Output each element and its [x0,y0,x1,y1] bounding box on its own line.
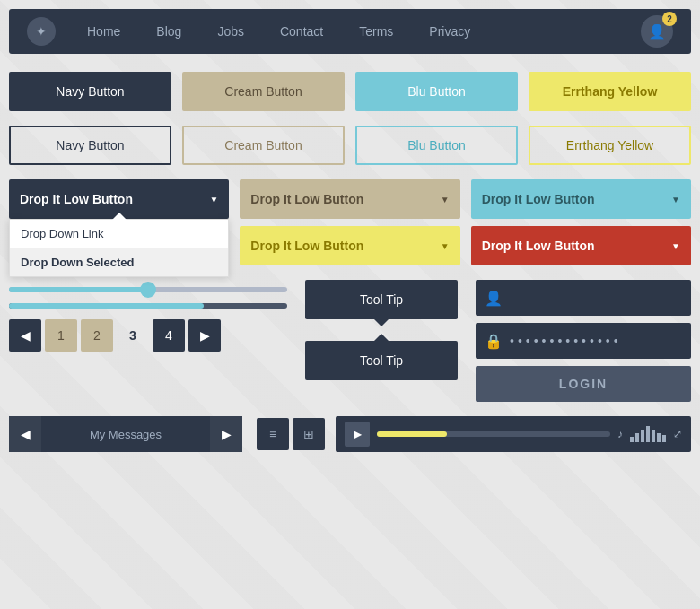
username-input-row: 👤 [476,280,691,316]
navy-dropdown-wrapper: Drop It Low Button ▼ Drop Down Link Drop… [9,179,229,219]
login-column: 👤 🔒 LOGIN [476,280,691,402]
cream-filled-button[interactable]: Cream Button [182,72,345,111]
tooltip-2: Tool Tip [305,341,458,380]
dropdown-arrow-icon: ▼ [209,195,218,204]
dropdown-menu-item-1[interactable]: Drop Down Link [10,220,228,248]
yellow-filled-button[interactable]: Errthang Yellow [529,72,691,111]
pagination-page-1[interactable]: 1 [45,319,77,352]
blue-dropdown-wrapper: Drop It Low Button ▼ [471,179,691,219]
media-expand-icon[interactable]: ⤢ [673,428,682,440]
nav-link-contact[interactable]: Contact [262,17,341,46]
nav-link-home[interactable]: Home [69,17,138,46]
nav-link-blog[interactable]: Blog [138,17,199,46]
blue-outline-button[interactable]: Blu Button [355,126,518,165]
blue-dropdown-button[interactable]: Drop It Low Button ▼ [471,179,691,219]
bottom-section: ◀ My Messages ▶ ≡ ⊞ ▶ ♪ ⤢ [9,416,691,452]
media-progress-bar[interactable] [377,431,610,437]
volume-icon: ♪ [617,428,623,440]
buttons-outline-row: Navy Button Cream Button Blu Button Errt… [9,126,691,165]
message-label: My Messages [41,428,210,441]
navbar-brand: ✦ [27,17,56,46]
pagination-next-button[interactable]: ▶ [188,319,221,352]
message-next-button[interactable]: ▶ [210,416,242,452]
slider-1[interactable] [9,287,287,292]
controls-section: ◀ 1 2 3 4 ▶ Tool Tip Tool Tip 👤 [9,280,691,402]
pagination: ◀ 1 2 3 4 ▶ [9,319,287,352]
cream-dropdown-button[interactable]: Drop It Low Button ▼ [240,179,459,219]
message-nav: ◀ My Messages ▶ [9,416,242,452]
user-icon: 👤 [485,290,503,307]
view-toggle: ≡ ⊞ [257,418,325,450]
red-dropdown-button[interactable]: Drop It Low Button ▼ [471,226,691,265]
slider-fill-2 [9,303,204,309]
list-view-button[interactable]: ≡ [257,418,289,450]
nav-links: Home Blog Jobs Contact Terms Privacy [69,17,641,46]
yellow-dropdown-button[interactable]: Drop It Low Button ▼ [240,226,459,265]
slider-fill-1 [9,287,148,292]
red-dropdown-wrapper: Drop It Low Button ▼ [471,226,691,265]
eq-bar-2 [635,433,639,442]
nav-link-privacy[interactable]: Privacy [411,17,488,46]
tooltip-1: Tool Tip [305,280,458,319]
pagination-page-2[interactable]: 2 [81,319,113,352]
pagination-page-3[interactable]: 3 [117,319,149,352]
pagination-prev-button[interactable]: ◀ [9,319,41,352]
slider-2[interactable] [9,303,287,309]
slider-thumb-1[interactable] [140,282,156,298]
nav-user[interactable]: 👤 2 [641,15,673,48]
eq-bar-5 [652,430,655,442]
yellow-dropdown-wrapper: Drop It Low Button ▼ [240,226,459,265]
dropdown-arrow-icon-2: ▼ [441,195,450,204]
pagination-page-4[interactable]: 4 [153,319,185,352]
navy-filled-button[interactable]: Navy Button [9,72,171,111]
login-button[interactable]: LOGIN [476,366,691,402]
eq-bar-6 [657,433,661,442]
slider-track-1 [9,287,287,292]
cream-dropdown-wrapper: Drop It Low Button ▼ [240,179,459,219]
media-equalizer [630,426,666,442]
lock-icon: 🔒 [485,333,503,350]
eq-bar-7 [662,435,666,442]
dropdown-row-1: Drop It Low Button ▼ Drop Down Link Drop… [9,179,691,219]
user-notification-badge: 2 [662,12,677,26]
cream-outline-button[interactable]: Cream Button [182,126,345,165]
password-input-row[interactable]: 🔒 [476,323,691,359]
message-prev-button[interactable]: ◀ [9,416,41,452]
slider-track-2 [9,303,287,309]
navy-outline-button[interactable]: Navy Button [9,126,171,165]
dropdown-menu: Drop Down Link Drop Down Selected [9,219,229,277]
media-progress-fill [377,431,447,437]
media-play-button[interactable]: ▶ [345,422,370,447]
buttons-filled-row: Navy Button Cream Button Blu Button Errt… [9,72,691,111]
blue-filled-button[interactable]: Blu Button [355,72,518,111]
dropdown-menu-item-2[interactable]: Drop Down Selected [10,248,228,276]
dropdown-arrow-icon-3: ▼ [671,195,680,204]
sliders-column: ◀ 1 2 3 4 ▶ [9,280,287,362]
navbar: ✦ Home Blog Jobs Contact Terms Privacy 👤… [9,9,691,54]
nav-link-jobs[interactable]: Jobs [199,17,262,46]
media-player: ▶ ♪ ⤢ [336,416,691,452]
password-input[interactable] [510,334,682,348]
tooltips-column: Tool Tip Tool Tip [305,280,458,387]
grid-view-button[interactable]: ⊞ [293,418,325,450]
yellow-outline-button[interactable]: Errthang Yellow [529,126,691,165]
dropdown-arrow-icon-5: ▼ [671,241,680,251]
eq-bar-1 [630,437,634,442]
dropdown-arrow-icon-4: ▼ [441,241,450,251]
nav-link-terms[interactable]: Terms [341,17,411,46]
eq-bar-4 [646,426,650,442]
eq-bar-3 [641,430,644,442]
